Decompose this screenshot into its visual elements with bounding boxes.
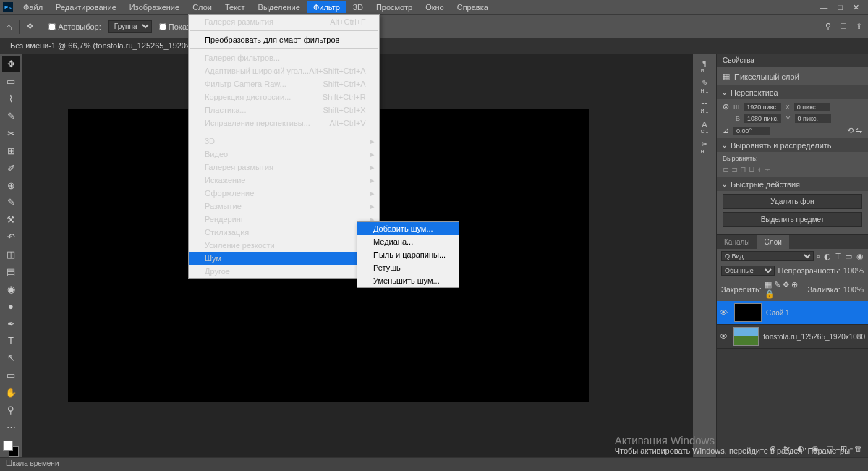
filter-render[interactable]: Рендеринг▸	[189, 213, 379, 226]
filter-cameraraw[interactable]: Фильтр Camera Raw...Shift+Ctrl+A	[189, 77, 379, 90]
filter-blur[interactable]: Размытие▸	[189, 200, 379, 213]
filter-lens[interactable]: Коррекция дисторсии...Shift+Ctrl+R	[189, 90, 379, 103]
trash-icon[interactable]: 🗑	[854, 444, 862, 453]
menu-layers[interactable]: Слои	[187, 1, 218, 13]
type-tool[interactable]: T	[2, 333, 20, 349]
noise-median[interactable]: Медиана...	[357, 235, 459, 248]
windows-watermark: Активация Windows Чтобы активировать Win…	[615, 434, 855, 455]
pen-tool[interactable]: ✒	[2, 315, 20, 331]
filter-liquify[interactable]: Пластика...Shift+Ctrl+X	[189, 103, 379, 116]
autoselect-mode[interactable]: Группа	[109, 20, 152, 33]
menubar: Ps Файл Редактирование Изображение Слои …	[0, 0, 868, 14]
tool-palette: ✥ ▭ ⌇ ✎ ✂ ⊞ ✐ ⊕ ✎ ⚒ ↶ ◫ ▤ ◉ ● ✒ T ↖ ▭ ✋ …	[0, 54, 22, 457]
filter-pixelate[interactable]: Оформление▸	[189, 187, 379, 200]
layer-filter[interactable]: Q Вид	[721, 251, 814, 261]
maximize-icon[interactable]: □	[838, 3, 843, 12]
channels-tab[interactable]: Каналы	[717, 235, 757, 249]
app-logo: Ps	[3, 2, 13, 12]
filter-distort[interactable]: Искажение▸	[189, 174, 379, 187]
filter-smart[interactable]: Преобразовать для смарт-фильтров	[189, 33, 379, 46]
home-icon[interactable]: ⌂	[6, 21, 12, 33]
blur-tool[interactable]: ◉	[2, 281, 20, 297]
panel-btn-3[interactable]: ⚏И...	[694, 97, 715, 116]
document-tabs: Без имени-1 @ 66,7% (fonstola.ru_125265_…	[0, 38, 868, 54]
minimize-icon[interactable]: —	[820, 3, 827, 12]
filter-noise[interactable]: Шум▸	[189, 252, 379, 265]
wand-tool[interactable]: ✎	[2, 109, 20, 124]
visibility-icon[interactable]: 👁	[720, 308, 730, 317]
heal-tool[interactable]: ⊕	[2, 177, 20, 193]
timeline-bar[interactable]: Шкала времени	[0, 458, 868, 471]
filter-gallery[interactable]: Галерея фильтров...	[189, 51, 379, 64]
menu-window[interactable]: Окно	[420, 1, 450, 13]
layers-tab[interactable]: Слои	[757, 235, 789, 249]
hand-tool[interactable]: ✋	[2, 385, 20, 401]
noise-despeckle[interactable]: Ретушь	[357, 261, 459, 274]
panel-btn-5[interactable]: ✂Н...	[694, 137, 715, 156]
filter-blurgallery[interactable]: Галерея размытия▸	[189, 161, 379, 174]
menu-image[interactable]: Изображение	[124, 1, 185, 13]
menu-file[interactable]: Файл	[17, 1, 48, 13]
more-tools[interactable]: ⋯	[2, 419, 20, 435]
noise-submenu: Добавить шум... Медиана... Пыль и царапи…	[357, 221, 459, 288]
stamp-tool[interactable]: ⚒	[2, 212, 20, 228]
panel-btn-4[interactable]: AС...	[694, 117, 715, 136]
noise-reduce[interactable]: Уменьшить шум...	[357, 274, 459, 287]
menu-view[interactable]: Просмотр	[370, 1, 418, 13]
filter-vanishing[interactable]: Исправление перспективы...Alt+Ctrl+V	[189, 116, 379, 130]
layer-1[interactable]: 👁 Слой 1	[717, 301, 868, 325]
panel-btn-1[interactable]: ¶И...	[694, 56, 715, 75]
angle-icon: ⊿	[723, 126, 729, 135]
properties-header[interactable]: Свойства	[717, 54, 868, 67]
noise-dust[interactable]: Пыль и царапины...	[357, 248, 459, 261]
visibility-icon[interactable]: 👁	[720, 332, 729, 341]
select-subject-button[interactable]: Выделить предмет	[723, 212, 862, 227]
brush-tool[interactable]: ✎	[2, 195, 20, 211]
pixel-layer-icon: ▦	[723, 72, 730, 81]
filter-sharpen[interactable]: Усиление резкости▸	[189, 239, 379, 252]
shape-tool[interactable]: ▭	[2, 368, 20, 383]
properties-panel: Свойства ▦Пиксельный слой ⌄Перспектива ⊗…	[717, 54, 868, 235]
filter-wideangle[interactable]: Адаптивный широкий угол...Alt+Shift+Ctrl…	[189, 64, 379, 77]
right-panels: Свойства ▦Пиксельный слой ⌄Перспектива ⊗…	[716, 54, 868, 457]
menu-select[interactable]: Выделение	[252, 1, 306, 13]
filter-stylize[interactable]: Стилизация▸	[189, 226, 379, 239]
color-swatches[interactable]	[3, 441, 19, 457]
menu-3d[interactable]: 3D	[347, 1, 369, 13]
path-tool[interactable]: ↖	[2, 350, 20, 366]
crop-tool[interactable]: ✂	[2, 126, 20, 142]
filter-other[interactable]: Другое▸	[189, 265, 379, 278]
close-icon[interactable]: ✕	[853, 3, 859, 12]
autoselect-checkbox[interactable]: Автовыбор:	[48, 22, 101, 31]
menu-filter[interactable]: Фильтр	[307, 1, 346, 13]
layer-2[interactable]: 👁 fonstola.ru_125265_1920x1080	[717, 325, 868, 349]
menu-help[interactable]: Справка	[451, 1, 494, 13]
move-tool[interactable]: ✥	[2, 56, 20, 72]
frame-tool[interactable]: ⊞	[2, 143, 20, 158]
marquee-tool[interactable]: ▭	[2, 74, 20, 90]
menu-text[interactable]: Текст	[219, 1, 251, 13]
history-brush[interactable]: ↶	[2, 229, 20, 245]
lasso-tool[interactable]: ⌇	[2, 91, 20, 107]
dodge-tool[interactable]: ●	[2, 298, 20, 314]
eraser-tool[interactable]: ◫	[2, 247, 20, 263]
panel-btn-2[interactable]: ✎Н...	[694, 77, 715, 96]
blend-mode[interactable]: Обычные	[721, 266, 775, 276]
move-tool-icon[interactable]: ✥	[27, 22, 33, 31]
noise-add[interactable]: Добавить шум...	[357, 222, 459, 235]
filter-dropdown: Галерея размытияAlt+Ctrl+F Преобразовать…	[188, 14, 380, 279]
workspace-icon[interactable]: ☐	[840, 22, 847, 31]
window-controls: — □ ✕	[820, 3, 865, 12]
zoom-tool[interactable]: ⚲	[2, 402, 20, 418]
search-icon[interactable]: ⚲	[825, 22, 831, 31]
filter-3d[interactable]: 3D▸	[189, 135, 379, 148]
gradient-tool[interactable]: ▤	[2, 264, 20, 280]
link-icon[interactable]: ⊗	[723, 102, 729, 111]
menu-edit[interactable]: Редактирование	[50, 1, 122, 13]
filter-video[interactable]: Видео▸	[189, 148, 379, 161]
filter-last[interactable]: Галерея размытияAlt+Ctrl+F	[189, 15, 379, 28]
share-icon[interactable]: ⇪	[856, 22, 862, 31]
remove-bg-button[interactable]: Удалить фон	[723, 194, 862, 209]
eyedropper-tool[interactable]: ✐	[2, 160, 20, 176]
align-buttons[interactable]: ⊏ ⊐ ⊓ ⊔ ⫞ ⫟ ⋯	[723, 165, 862, 174]
